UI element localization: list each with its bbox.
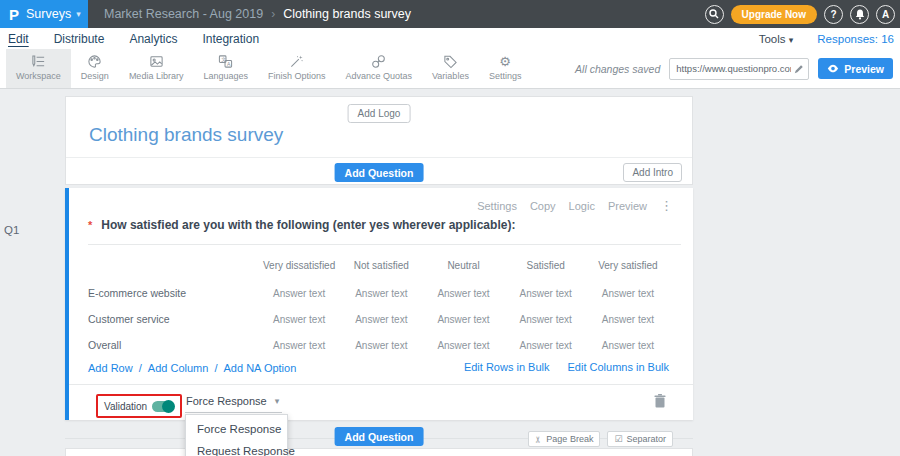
question-preview-link[interactable]: Preview — [608, 200, 647, 212]
matrix-row: E-commerce websiteAnswer textAnswer text… — [88, 280, 669, 306]
toolbar-item-languages[interactable]: 文ALanguages — [193, 49, 258, 88]
validation-toggle[interactable] — [152, 401, 174, 412]
toolbar-item-label: Workspace — [16, 71, 61, 81]
toolbar-item-finish-options[interactable]: Finish Options — [258, 49, 336, 88]
account-avatar[interactable]: A — [876, 5, 895, 24]
more-options-icon[interactable]: ⋮ — [660, 199, 673, 212]
matrix-answer-cell[interactable]: Answer text — [258, 314, 340, 325]
question-settings-link[interactable]: Settings — [477, 200, 517, 212]
edit-url-icon[interactable] — [794, 60, 804, 78]
question-text-row: * How satisfied are you with the followi… — [88, 218, 515, 232]
response-type-dropdown-menu: Force ResponseRequest Response — [185, 414, 288, 456]
chevron-down-icon: ▾ — [789, 35, 794, 45]
matrix-answer-cell[interactable]: Answer text — [258, 288, 340, 299]
subnav-item-distribute[interactable]: Distribute — [54, 32, 105, 46]
question-card: Settings Copy Logic Preview ⋮ * How sati… — [65, 188, 693, 420]
upgrade-now-button[interactable]: Upgrade Now — [731, 5, 817, 24]
toolbar-item-design[interactable]: Design — [71, 49, 119, 88]
matrix-answer-cell[interactable]: Answer text — [587, 340, 669, 351]
separator-toggle-button[interactable]: ☑Separator — [607, 431, 673, 447]
add-na-option-link[interactable]: Add NA Option — [224, 362, 297, 374]
delete-question-button[interactable] — [654, 394, 666, 412]
add-column-link[interactable]: Add Column — [148, 362, 209, 374]
preview-button[interactable]: Preview — [818, 58, 893, 79]
search-icon — [709, 9, 719, 19]
toolbar-item-advance-quotas[interactable]: Advance Quotas — [335, 49, 422, 88]
notifications-button[interactable] — [850, 5, 869, 24]
preview-button-label: Preview — [844, 63, 884, 75]
scissors-icon: ✂ — [534, 435, 543, 443]
questionpro-survey-editor: P Surveys ▾ Market Research - Aug 2019 ›… — [0, 0, 900, 456]
trash-icon — [654, 394, 666, 408]
question-logic-link[interactable]: Logic — [569, 200, 595, 212]
matrix-column-header[interactable]: Satisfied — [505, 260, 587, 271]
tools-menu[interactable]: Tools ▾ — [759, 33, 794, 45]
edit-rows-in-bulk-link[interactable]: Edit Rows in Bulk — [464, 361, 550, 373]
toolbar-item-workspace[interactable]: Workspace — [6, 49, 71, 88]
edit-columns-in-bulk-link[interactable]: Edit Columns in Bulk — [568, 361, 670, 373]
add-row-link[interactable]: Add Row — [88, 362, 133, 374]
matrix-column-header[interactable]: Not satisfied — [340, 260, 422, 271]
next-section-card-edge — [65, 448, 693, 456]
add-question-button-bottom[interactable]: Add Question — [335, 427, 424, 446]
menu-option-force-response[interactable]: Force Response — [186, 418, 287, 440]
matrix-answer-cell[interactable]: Answer text — [587, 314, 669, 325]
save-status-text: All changes saved — [575, 63, 660, 75]
matrix-row-label[interactable]: Customer service — [88, 313, 258, 325]
matrix-row-label[interactable]: Overall — [88, 339, 258, 351]
surveys-menu[interactable]: P Surveys ▾ — [0, 0, 88, 28]
responses-link[interactable]: Responses: 16 — [817, 33, 894, 45]
subnav-item-integration[interactable]: Integration — [202, 32, 259, 46]
matrix-answer-cell[interactable]: Answer text — [258, 340, 340, 351]
subnav-item-edit[interactable]: Edit — [8, 32, 29, 46]
chevron-down-icon: ▾ — [76, 9, 81, 19]
subnav-item-analytics[interactable]: Analytics — [129, 32, 177, 46]
matrix-table: Very dissatisfiedNot satisfiedNeutralSat… — [88, 250, 669, 358]
add-intro-button[interactable]: Add Intro — [623, 163, 682, 182]
toolbar-right: All changes saved https://www.questionpr… — [575, 49, 893, 88]
search-button[interactable] — [705, 5, 724, 24]
matrix-answer-cell[interactable]: Answer text — [505, 314, 587, 325]
toolbar-item-variables[interactable]: Variables — [422, 49, 479, 88]
add-links-group: Add Row / Add Column / Add NA Option — [88, 358, 296, 376]
page-break-button[interactable]: ✂Page Break — [528, 431, 601, 447]
matrix-answer-cell[interactable]: Answer text — [340, 288, 422, 299]
matrix-column-header[interactable]: Very satisfied — [587, 260, 669, 271]
matrix-answer-cell[interactable]: Answer text — [422, 340, 504, 351]
toolbar-item-media-library[interactable]: Media Library — [119, 49, 194, 88]
toolbar-items: WorkspaceDesignMedia Library文ALanguagesF… — [6, 49, 531, 88]
matrix-answer-cell[interactable]: Answer text — [340, 340, 422, 351]
tag-icon — [442, 53, 458, 69]
add-logo-button[interactable]: Add Logo — [348, 104, 411, 123]
toolbar-item-settings[interactable]: ⚙Settings — [479, 49, 532, 88]
matrix-row-label[interactable]: E-commerce website — [88, 287, 258, 299]
subnav-right: Tools ▾ Responses: 16 — [759, 28, 894, 49]
add-question-button-top[interactable]: Add Question — [335, 163, 424, 182]
response-type-value: Force Response — [186, 395, 267, 407]
matrix-answer-cell[interactable]: Answer text — [505, 288, 587, 299]
matrix-column-header[interactable]: Neutral — [422, 260, 504, 271]
matrix-answer-cell[interactable]: Answer text — [587, 288, 669, 299]
matrix-column-header[interactable]: Very dissatisfied — [258, 260, 340, 271]
chevron-down-icon: ▾ — [275, 396, 280, 406]
wand-icon — [289, 53, 305, 69]
survey-url-text: https://www.questionpro.com/t/APNrFZ — [676, 63, 791, 74]
matrix-answer-cell[interactable]: Answer text — [340, 314, 422, 325]
bulk-links-group: Edit Rows in BulkEdit Columns in Bulk — [464, 361, 669, 373]
menu-option-request-response[interactable]: Request Response — [186, 440, 287, 456]
breadcrumb-current: Clothing brands survey — [283, 7, 411, 21]
breadcrumb-folder[interactable]: Market Research - Aug 2019 — [104, 7, 263, 21]
toolbar-item-label: Languages — [203, 71, 248, 81]
question-text[interactable]: How satisfied are you with the following… — [101, 218, 515, 232]
matrix-answer-cell[interactable]: Answer text — [422, 288, 504, 299]
matrix-answer-cell[interactable]: Answer text — [505, 340, 587, 351]
checked-checkbox-icon: ☑ — [614, 435, 622, 444]
question-copy-link[interactable]: Copy — [530, 200, 556, 212]
matrix-answer-cell[interactable]: Answer text — [422, 314, 504, 325]
divider — [69, 384, 693, 385]
survey-url-field[interactable]: https://www.questionpro.com/t/APNrFZ — [669, 58, 809, 80]
survey-title[interactable]: Clothing brands survey — [89, 124, 283, 146]
design-icon — [87, 53, 103, 69]
response-type-select[interactable]: Force Response ▾ — [185, 395, 282, 413]
help-button[interactable]: ? — [824, 5, 843, 24]
